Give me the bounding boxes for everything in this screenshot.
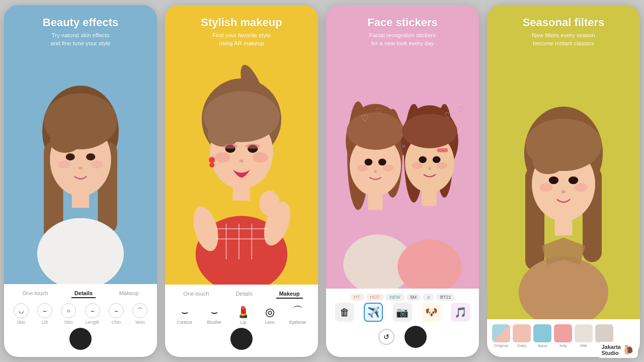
sticker-rotate-icon[interactable]: ↺ [378, 329, 394, 345]
sticker-icon-music[interactable]: 🎵 [451, 303, 470, 322]
slim-label: Slim [64, 320, 73, 325]
svg-point-28 [246, 143, 260, 148]
blusher-icon-item[interactable]: ⌣ Blusher [207, 306, 222, 325]
lip-label: Lip [240, 320, 246, 325]
beauty-icon-wrin[interactable]: ⌒ Wrin [132, 303, 147, 325]
length-label: Length [86, 320, 100, 325]
filter-original[interactable]: Original [492, 324, 510, 348]
svg-point-77 [555, 150, 583, 169]
chip-music[interactable]: ♫ [423, 294, 434, 301]
sticker-chip-row: HT HOT NEW 5M ♫ BT21 [331, 294, 474, 301]
beauty-tab-onetouch[interactable]: One-touch [19, 289, 51, 298]
contour-icon: ⌣ [181, 306, 188, 319]
contour-icon-item[interactable]: ⌣ Contour [177, 306, 192, 325]
sticker-icon-dog[interactable]: 🐶 [422, 303, 441, 322]
filter-label-jelly: Jelly [559, 343, 567, 348]
svg-point-61 [437, 162, 448, 169]
chip-hot[interactable]: HOT [366, 294, 384, 301]
sticker-card-header: Face stickers Facial recognition sticker… [326, 5, 479, 53]
svg-point-30 [215, 152, 230, 162]
svg-point-56 [347, 112, 404, 150]
chip-new[interactable]: NEW [386, 294, 405, 301]
sticker-capture-area: ↺ [331, 324, 474, 350]
filter-daily[interactable]: Daily [513, 324, 531, 348]
beauty-capture-button[interactable] [69, 328, 92, 350]
lens-icon: ◎ [265, 306, 275, 319]
filter-thumb-daily [513, 324, 531, 342]
sticker-subtitle: Facial recognition stickersfor a new loo… [336, 31, 469, 47]
svg-point-80 [561, 190, 566, 194]
lip-icon: 💄 [236, 306, 250, 319]
filter-label-milk: Milk [580, 343, 587, 348]
svg-rect-67 [437, 148, 448, 152]
sticker-icon-plane[interactable]: ✈️ [364, 303, 383, 322]
eyebrow-icon-item[interactable]: ⌒ Eyebrow [289, 304, 306, 325]
sticker-icon-camera[interactable]: 📷 [393, 303, 412, 322]
chip-bt21[interactable]: BT21 [436, 294, 455, 301]
makeup-card-bottom: One-touch Details Makeup ⌣ Contour ⌣ Blu… [165, 285, 318, 357]
makeup-icon-row: ⌣ Contour ⌣ Blusher 💄 Lip ◎ Lens [170, 304, 313, 325]
beauty-icon-slim[interactable]: ○ Slim [61, 303, 76, 325]
filter-aqua[interactable]: Aqua [533, 324, 551, 348]
sticker-image-area: ♡ ♡ ♡ ♡ ✕ [326, 53, 479, 289]
eyebrow-icon: ⌒ [292, 304, 303, 319]
watermark-line1: Jakarta [601, 344, 621, 350]
lens-icon-item[interactable]: ◎ Lens [265, 306, 275, 325]
svg-point-54 [357, 164, 368, 171]
filter-jelly[interactable]: Jelly [554, 324, 572, 348]
svg-point-9 [66, 153, 75, 160]
chip-ht[interactable]: HT [350, 294, 364, 301]
chin-label: Chin [112, 320, 121, 325]
filter-title: Seasonal filters [497, 16, 630, 29]
svg-point-8 [71, 130, 100, 148]
sticker-capture-button[interactable] [405, 326, 427, 348]
sticker-title: Face stickers [336, 16, 469, 29]
chip-5m[interactable]: 5M [407, 294, 421, 301]
filter-label-original: Original [494, 343, 508, 348]
beauty-icon-length[interactable]: ⌣ Length [85, 303, 100, 325]
svg-point-10 [86, 153, 95, 160]
beauty-tab-bar: One-touch Details Makeup [9, 289, 152, 298]
filter-thumb-aqua [533, 324, 551, 342]
beauty-icon-lift[interactable]: ⌣ Lift [37, 303, 52, 325]
filter-card-header: Seasonal filters New filters every seaso… [487, 5, 640, 53]
cards-container: Beauty effects Try natural skin effectsa… [0, 0, 644, 362]
beauty-card-bottom: One-touch Details Makeup ◡ Skin ⌣ Lift ○ [4, 284, 157, 357]
lip-icon-item[interactable]: 💄 Lip [236, 306, 250, 325]
filter-card: Seasonal filters New filters every seaso… [487, 5, 640, 357]
beauty-icon-row: ◡ Skin ⌣ Lift ○ Slim ⌣ Length [9, 303, 152, 325]
svg-point-78 [549, 176, 559, 184]
svg-text:✕: ✕ [401, 143, 406, 149]
beauty-card: Beauty effects Try natural skin effectsa… [4, 5, 157, 357]
svg-point-81 [539, 183, 552, 192]
makeup-tab-details[interactable]: Details [232, 290, 256, 299]
blusher-icon: ⌣ [211, 306, 218, 319]
svg-point-59 [428, 167, 431, 170]
filter-image-area [487, 53, 640, 319]
wrin-icon: ⌒ [132, 303, 147, 318]
beauty-tab-makeup[interactable]: Makeup [116, 289, 142, 298]
svg-text:♡: ♡ [375, 107, 382, 115]
makeup-tab-onetouch[interactable]: One-touch [180, 290, 212, 299]
beauty-icon-skin[interactable]: ◡ Skin [14, 303, 29, 325]
filter-milk[interactable]: Milk [575, 324, 593, 348]
svg-point-24 [231, 121, 260, 141]
makeup-card-header: Stylish makeup Find your favorite styleu… [165, 5, 318, 53]
sticker-icon-delete[interactable]: 🗑 [335, 303, 354, 322]
sticker-people-svg: ♡ ♡ ♡ ♡ ✕ [326, 53, 479, 289]
makeup-capture-button[interactable] [230, 328, 253, 350]
slim-icon: ○ [61, 303, 76, 318]
beauty-tab-details[interactable]: Details [71, 289, 96, 298]
svg-point-79 [569, 176, 579, 184]
filter-label-daily: Daily [517, 343, 526, 348]
svg-point-27 [223, 143, 237, 148]
beauty-icon-chin[interactable]: ⌣ Chin [109, 303, 124, 325]
beauty-subtitle: Try natural skin effectsand fine tune yo… [14, 31, 147, 47]
lens-label: Lens [265, 320, 274, 325]
svg-point-29 [239, 159, 244, 162]
snail-icon: 🐌 [623, 344, 634, 355]
svg-point-12 [58, 160, 70, 168]
makeup-tab-makeup[interactable]: Makeup [276, 290, 303, 299]
makeup-subtitle: Find your favorite styleusing AR makeup [175, 31, 308, 47]
watermark-text-block: Jakarta Studio [601, 344, 621, 356]
